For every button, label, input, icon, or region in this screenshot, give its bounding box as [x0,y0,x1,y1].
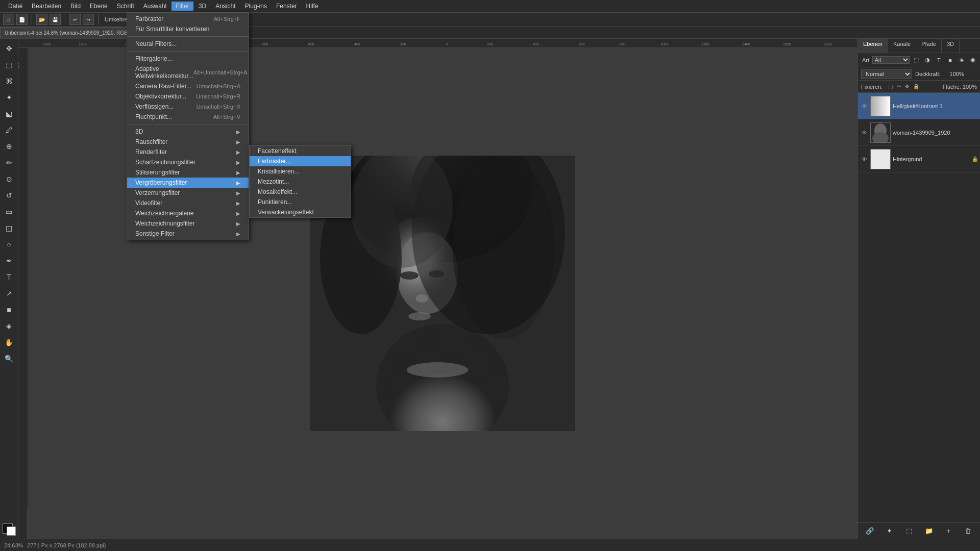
menu-3d[interactable]: 3D [194,2,210,11]
add-style-btn[interactable]: ✦ [884,525,895,537]
add-mask-btn[interactable]: ⬚ [903,525,915,537]
layer-item-background[interactable]: 👁 Hintergrund 🔒 [858,146,980,172]
menu-verfluessigen[interactable]: Verflüssigen... Umschalt+Strg+X [127,102,249,112]
menu-videofilter[interactable]: Videofilter ▶ [127,198,249,208]
lock-paint-btn[interactable]: ✏ [895,83,902,90]
layer-filter-shape[interactable]: ■ [945,55,955,66]
tab-3d[interactable]: 3D [942,39,960,53]
new-doc-btn[interactable]: 📄 [16,14,28,25]
crop-tool[interactable]: ⬕ [2,106,17,121]
menu-neural-filters[interactable]: Neural Filters... [127,39,249,49]
layer-item-adjustment[interactable]: 👁 Helligkeit/Kontrast 1 [858,93,980,119]
link-layers-btn[interactable]: 🔗 [864,525,875,537]
menu-schrift[interactable]: Schrift [113,2,138,11]
select-tool[interactable]: ⬚ [2,57,17,72]
menu-weichzeichnergalerie[interactable]: Weichzeichnergalerie ▶ [127,208,249,218]
menu-weichzeichnungsfilter[interactable]: Weichzeichnungsfilter ▶ [127,218,249,229]
submenu-mosaikeffekt[interactable]: Mosaikeffekt... [250,187,351,197]
menu-fluchtpunkt[interactable]: Fluchtpunkt... Alt+Strg+V [127,112,249,122]
menu-plugins[interactable]: Plug-ins [241,2,271,11]
shape-tool[interactable]: ■ [2,302,17,317]
new-layer-btn[interactable]: + [943,525,954,537]
tab-ebenen[interactable]: Ebenen [858,39,888,53]
layer-eye-2[interactable]: 👁 [860,155,868,163]
eyedropper-tool[interactable]: 🖊 [2,122,17,138]
submenu-facetteneffekt[interactable]: Facetteneffekt [250,146,351,156]
submenu-mezzotint[interactable]: Mezzotint... [250,177,351,187]
ruler-left: 100 [18,48,28,539]
3d-tool[interactable]: ◈ [2,318,17,334]
submenu-mezzotint-label: Mezzotint... [258,178,289,185]
gradient-tool[interactable]: ◫ [2,220,17,236]
type-tool[interactable]: T [2,269,17,285]
clone-tool[interactable]: ⊙ [2,171,17,187]
layer-item-photo[interactable]: 👁 woman-1439909_1920 [858,119,980,146]
zoom-tool[interactable]: 🔍 [2,351,17,366]
magic-wand-tool[interactable]: ✦ [2,90,17,105]
filter-type-select[interactable]: Art [872,56,910,64]
menu-datei[interactable]: Datei [4,2,27,11]
home-btn[interactable]: ⌂ [3,14,14,25]
layer-eye-0[interactable]: 👁 [860,102,868,110]
submenu-punktieren[interactable]: Punktieren... [250,197,351,207]
submenu-farbraster[interactable]: Farbraster... [250,156,351,166]
menu-scharfzeichnungsfilter[interactable]: Scharfzeichnungsfilter ▶ [127,157,249,167]
hand-tool[interactable]: ✋ [2,335,17,350]
dodge-tool[interactable]: ○ [2,237,17,252]
tab-kanaele[interactable]: Kanäle [888,39,916,53]
pen-tool[interactable]: ✒ [2,253,17,268]
menu-sonstige-filter[interactable]: Sonstige Filter ▶ [127,229,249,239]
new-group-btn[interactable]: 📁 [923,525,935,537]
open-btn[interactable]: 📂 [36,14,47,25]
brush-tool[interactable]: ✏ [2,155,17,170]
layer-filter-pixel[interactable]: ⬚ [911,55,921,66]
move-tool[interactable]: ✥ [2,41,17,56]
menu-fuer-smartfilter[interactable]: Für Smartfilter konvertieren [127,24,249,34]
save-btn[interactable]: 💾 [50,14,61,25]
menu-vergroberungsfilter[interactable]: Vergröberungsfilter ▶ [127,178,249,188]
menu-farbraster[interactable]: Farbraster Alt+Strg+F [127,14,249,24]
layer-filter-toggle[interactable]: ◉ [968,55,978,66]
path-select-tool[interactable]: ↗ [2,286,17,301]
menu-camera-raw[interactable]: Camera Raw-Filter... Umschalt+Strg+A [127,81,249,91]
menu-verzerrungsfilter[interactable]: Verzerrungsfilter ▶ [127,188,249,198]
menu-bearbeiten[interactable]: Bearbeiten [28,2,65,11]
menu-auswahl[interactable]: Auswahl [139,2,170,11]
color-swatch[interactable] [2,522,17,537]
menu-fenster[interactable]: Fenster [272,2,301,11]
menu-3d[interactable]: 3D ▶ [127,127,249,137]
menu-adaptive-weitwinkel[interactable]: Adaptive Weitwinkelkorrektur... Alt+Umsc… [127,64,249,81]
menu-hilfe[interactable]: Hilfe [302,2,323,11]
menu-objektivkorrektur[interactable]: Objektivkorrektur... Umschalt+Strg+R [127,91,249,102]
lasso-tool[interactable]: ⌘ [2,73,17,89]
menu-stilisierungsfilter[interactable]: Stilisierungsfilter ▶ [127,167,249,178]
eraser-tool[interactable]: ▭ [2,204,17,219]
layer-eye-1[interactable]: 👁 [860,129,868,137]
blend-mode-select[interactable]: Normal [861,69,912,79]
undo-btn[interactable]: ↩ [69,14,81,25]
lock-all-btn[interactable]: 🔒 [912,83,921,90]
redo-btn[interactable]: ↪ [83,14,94,25]
layer-filter-smart[interactable]: ◈ [957,55,967,66]
history-brush-tool[interactable]: ↺ [2,188,17,203]
document-tab[interactable]: Unbenannt-4 bei 24,6% (woman-1439909_192… [0,27,147,38]
menu-filter[interactable]: Filter [172,2,193,11]
delete-layer-btn[interactable]: 🗑 [963,525,974,537]
spot-heal-tool[interactable]: ⊕ [2,139,17,154]
submenu-verwackelungseffekt[interactable]: Verwackelungseffekt [250,207,351,217]
background-color[interactable] [7,527,16,536]
menu-bild[interactable]: Bild [66,2,85,11]
menu-rauschfilter[interactable]: Rauschfilter ▶ [127,137,249,147]
menu-ansicht[interactable]: Ansicht [211,2,239,11]
layer-filter-type[interactable]: T [934,55,944,66]
toolbar-sep-3 [98,14,99,24]
menu-filtergalerie[interactable]: Filtergalerie... [127,54,249,64]
submenu-farbraster-label: Farbraster... [258,158,291,165]
tab-pfade[interactable]: Pfade [916,39,942,53]
submenu-kristallisieren[interactable]: Kristallisieren... [250,166,351,177]
lock-position-btn[interactable]: ✥ [903,83,911,90]
lock-transparent-btn[interactable]: ⬚ [887,83,894,90]
layer-filter-adj[interactable]: ◑ [922,55,933,66]
menu-ebene[interactable]: Ebene [86,2,112,11]
menu-renderfilter[interactable]: Renderfilter ▶ [127,147,249,157]
